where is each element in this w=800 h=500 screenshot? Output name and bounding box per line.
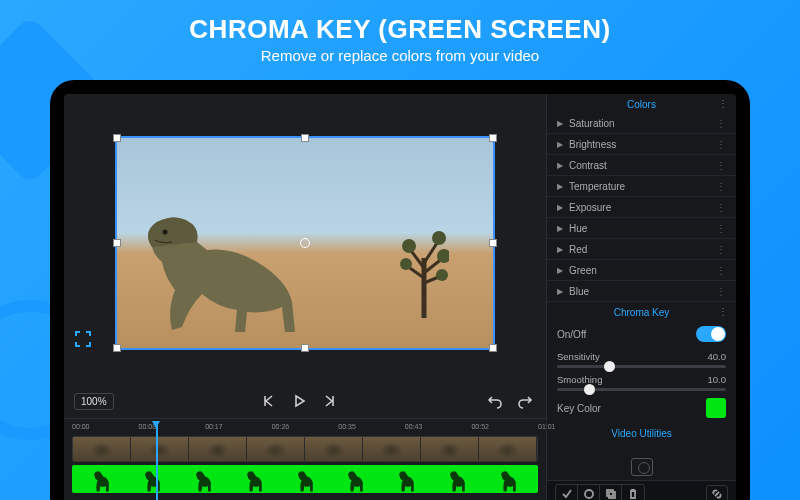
undo-button[interactable] [484,390,506,412]
sensitivity-slider[interactable] [557,365,726,368]
inspector-panel: Colors ⋮ ▶Saturation⋮▶Brightness⋮▶Contra… [546,94,736,500]
prev-frame-button[interactable] [258,390,280,412]
resize-handle[interactable] [113,239,121,247]
color-property-row[interactable]: ▶Brightness⋮ [547,134,736,155]
onoff-label: On/Off [557,329,586,340]
copy-button[interactable] [600,485,622,501]
timeline-thumbnail[interactable] [189,437,247,461]
color-property-row[interactable]: ▶Red⋮ [547,239,736,260]
ruler-tick: 00:35 [338,423,356,430]
playhead[interactable] [156,421,158,500]
link-button[interactable] [706,485,728,501]
chroma-frame [185,471,222,493]
ruler-tick: 00:43 [405,423,423,430]
ruler-tick: 00:17 [205,423,223,430]
color-property-row[interactable]: ▶Hue⋮ [547,218,736,239]
timeline-thumbnail[interactable] [421,437,479,461]
video-track[interactable] [72,436,538,462]
more-icon[interactable]: ⋮ [716,202,726,213]
svg-rect-7 [607,490,613,496]
chroma-frame [338,471,375,493]
hero-title: CHROMA KEY (GREEN SCREEN) [0,14,800,45]
disclosure-triangle-icon: ▶ [557,119,563,128]
svg-point-5 [163,230,168,235]
chroma-track[interactable] [72,465,538,493]
chroma-frame [236,471,273,493]
more-icon[interactable]: ⋮ [716,244,726,255]
more-icon[interactable]: ⋮ [716,223,726,234]
more-icon[interactable]: ⋮ [716,118,726,129]
sensitivity-value: 40.0 [708,351,727,362]
delete-button[interactable] [622,485,644,501]
slider-knob[interactable] [584,384,595,395]
more-icon[interactable]: ⋮ [716,139,726,150]
redo-button[interactable] [514,390,536,412]
property-label: Red [569,244,587,255]
svg-point-4 [436,269,448,281]
preview-canvas[interactable] [115,136,495,350]
disclosure-triangle-icon: ▶ [557,224,563,233]
color-property-row[interactable]: ▶Exposure⋮ [547,197,736,218]
more-icon[interactable]: ⋮ [716,286,726,297]
chroma-frame [287,471,324,493]
fullscreen-button[interactable] [74,330,92,348]
resize-handle[interactable] [489,239,497,247]
timeline-thumbnail[interactable] [247,437,305,461]
property-label: Blue [569,286,589,297]
svg-point-6 [585,490,593,498]
color-property-row[interactable]: ▶Contrast⋮ [547,155,736,176]
more-icon[interactable]: ⋮ [718,98,728,109]
zoom-level[interactable]: 100% [74,393,114,410]
resize-handle[interactable] [113,134,121,142]
timeline-thumbnail[interactable] [305,437,363,461]
check-button[interactable] [556,485,578,501]
chroma-frame [134,471,171,493]
app-screen: 100% 00:0000:0800:1700:2600:3500:4300:52… [64,94,736,500]
keycolor-row: Key Color [547,393,736,423]
chroma-frame [388,471,425,493]
smoothing-slider[interactable] [557,388,726,391]
color-property-row[interactable]: ▶Blue⋮ [547,281,736,302]
resize-handle[interactable] [489,134,497,142]
camera-icon[interactable] [631,458,653,476]
disclosure-triangle-icon: ▶ [557,266,563,275]
utilities-placeholder [547,442,736,480]
section-title: Chroma Key [614,307,670,318]
property-label: Brightness [569,139,616,150]
more-icon[interactable]: ⋮ [716,160,726,171]
svg-rect-8 [609,492,615,498]
tree-graphic [399,228,449,318]
more-icon[interactable]: ⋮ [716,265,726,276]
play-button[interactable] [288,390,310,412]
hero-banner: CHROMA KEY (GREEN SCREEN) Remove or repl… [0,0,800,72]
settings-button[interactable] [578,485,600,501]
colors-section-header: Colors ⋮ [547,94,736,113]
color-properties: ▶Saturation⋮▶Brightness⋮▶Contrast⋮▶Tempe… [547,113,736,302]
section-title: Colors [627,99,656,110]
resize-handle[interactable] [113,344,121,352]
timeline-thumbnail[interactable] [479,437,537,461]
resize-handle[interactable] [301,134,309,142]
keycolor-swatch[interactable] [706,398,726,418]
disclosure-triangle-icon: ▶ [557,287,563,296]
next-frame-button[interactable] [318,390,340,412]
resize-handle[interactable] [301,344,309,352]
sensitivity-row: Sensitivity40.0 [547,347,736,370]
more-icon[interactable]: ⋮ [716,181,726,192]
more-icon[interactable]: ⋮ [718,306,728,317]
color-property-row[interactable]: ▶Saturation⋮ [547,113,736,134]
property-label: Exposure [569,202,611,213]
smoothing-row: Smoothing10.0 [547,370,736,393]
color-property-row[interactable]: ▶Green⋮ [547,260,736,281]
time-ruler[interactable]: 00:0000:0800:1700:2600:3500:4300:5201:01 [72,423,538,433]
timeline-thumbnail[interactable] [363,437,421,461]
chroma-toggle[interactable] [696,326,726,342]
timeline[interactable]: 00:0000:0800:1700:2600:3500:4300:5201:01 [64,418,546,500]
color-property-row[interactable]: ▶Temperature⋮ [547,176,736,197]
utilities-section-header: Video Utilities [547,423,736,442]
timeline-thumbnail[interactable] [131,437,189,461]
ruler-tick: 00:52 [471,423,489,430]
resize-handle[interactable] [489,344,497,352]
timeline-thumbnail[interactable] [73,437,131,461]
chroma-frame [439,471,476,493]
